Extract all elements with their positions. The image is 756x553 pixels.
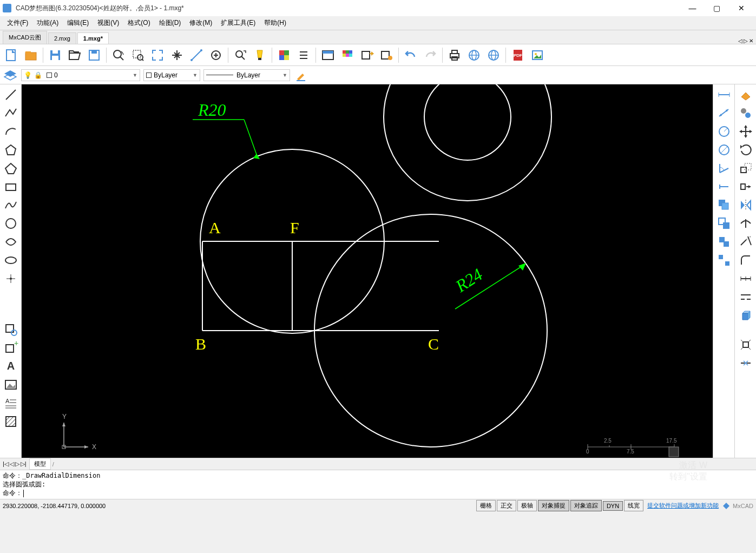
layers-icon[interactable] xyxy=(3,68,18,83)
close-button[interactable]: ✕ xyxy=(729,0,753,16)
spline-tool[interactable] xyxy=(2,196,20,214)
status-otrack[interactable]: 对象追踪 xyxy=(570,500,602,511)
tab-prev-icon[interactable]: ◁ xyxy=(738,38,742,44)
minimize-button[interactable]: — xyxy=(680,0,705,16)
linear-dim-tool[interactable] xyxy=(715,85,733,104)
status-polar[interactable]: 极轴 xyxy=(517,500,537,511)
rectangle-tool[interactable] xyxy=(2,177,20,196)
pentagon-tool[interactable] xyxy=(2,159,20,177)
scale-tool[interactable] xyxy=(737,159,755,177)
radius-dim-tool[interactable] xyxy=(715,122,733,141)
image-icon[interactable] xyxy=(529,47,546,64)
copy2-tool[interactable] xyxy=(737,104,755,122)
drawing-canvas[interactable]: R20 R24 A F B C X Y xyxy=(22,84,713,458)
offset-tool[interactable] xyxy=(715,233,733,251)
diameter-dim-tool[interactable] xyxy=(715,141,733,159)
pan-icon[interactable] xyxy=(168,47,186,64)
highlight-icon[interactable] xyxy=(251,47,268,64)
fillet-tool[interactable] xyxy=(737,251,755,269)
angular-dim-tool[interactable] xyxy=(715,159,733,177)
print-icon[interactable] xyxy=(446,47,463,64)
layout-prev-icon[interactable]: ◁ xyxy=(10,460,14,468)
status-osnap[interactable]: 对象捕捉 xyxy=(538,500,569,511)
layer-dropdown[interactable]: 💡 🔒 0 ▼ xyxy=(21,69,140,81)
status-grid[interactable]: 栅格 xyxy=(476,500,496,511)
menu-view[interactable]: 视图(V) xyxy=(93,16,123,30)
settings-icon[interactable] xyxy=(378,47,395,64)
join-tool[interactable] xyxy=(737,354,755,372)
feedback-link[interactable]: 提交软件问题或增加新功能 xyxy=(647,502,719,510)
menu-ext-tools[interactable]: 扩展工具(E) xyxy=(216,16,260,30)
status-lwt[interactable]: 线宽 xyxy=(624,500,643,511)
3d-cube-tool[interactable] xyxy=(737,306,755,325)
tab-2mxg[interactable]: 2.mxg xyxy=(48,32,76,44)
line-tool[interactable] xyxy=(2,85,20,104)
extend-tool[interactable] xyxy=(737,233,755,251)
status-ortho[interactable]: 正交 xyxy=(497,500,516,511)
save-icon[interactable] xyxy=(47,47,64,64)
menu-file[interactable]: 文件(F) xyxy=(3,16,32,30)
polyline-tool[interactable] xyxy=(2,104,20,122)
layout-first-icon[interactable]: |◁ xyxy=(3,460,9,468)
tab-next-icon[interactable]: ▷ xyxy=(744,38,748,44)
undo-icon[interactable] xyxy=(402,47,419,64)
menu-edit[interactable]: 编辑(E) xyxy=(63,16,93,30)
palette-icon[interactable] xyxy=(339,47,356,64)
aligned-dim-tool[interactable] xyxy=(715,104,733,122)
point-tool[interactable] xyxy=(2,269,20,288)
circle-tool[interactable] xyxy=(2,214,20,233)
model-tab[interactable]: 模型 xyxy=(29,458,51,470)
tab-mxcad-cloud[interactable]: MxCAD云图 xyxy=(3,31,47,44)
move2-tool[interactable] xyxy=(737,122,755,141)
list-icon[interactable] xyxy=(295,47,312,64)
hatch-tool[interactable] xyxy=(2,412,20,431)
redo-icon[interactable] xyxy=(422,47,439,64)
layout-next-icon[interactable]: ▷ xyxy=(15,460,19,468)
array-tool[interactable] xyxy=(715,251,733,269)
polygon-tool[interactable] xyxy=(2,141,20,159)
grid-colors-icon[interactable] xyxy=(275,47,293,64)
menu-draw[interactable]: 绘图(D) xyxy=(155,16,186,30)
explode-tool[interactable] xyxy=(737,335,755,354)
menu-format[interactable]: 格式(O) xyxy=(123,16,154,30)
tab-close-icon[interactable]: ✕ xyxy=(749,38,753,44)
zoom-rotate-icon[interactable] xyxy=(110,47,127,64)
block-insert-tool[interactable] xyxy=(2,320,20,339)
zoom-window-icon[interactable] xyxy=(129,47,147,64)
tab-1mxg[interactable]: 1.mxg* xyxy=(77,32,109,44)
measure-icon[interactable] xyxy=(188,47,205,64)
break-tool[interactable] xyxy=(737,288,755,306)
mtext-tool[interactable]: A xyxy=(2,394,20,412)
layer-window-icon[interactable] xyxy=(319,47,337,64)
trim-tool[interactable] xyxy=(737,214,755,233)
find-icon[interactable] xyxy=(232,47,249,64)
export-icon[interactable] xyxy=(358,47,376,64)
copy-tool[interactable] xyxy=(715,196,733,214)
eraser-tool[interactable] xyxy=(737,85,755,104)
text-tool[interactable]: A xyxy=(2,357,20,376)
rotate-tool[interactable] xyxy=(737,141,755,159)
menu-function[interactable]: 功能(A) xyxy=(32,16,63,30)
mirror-tool[interactable] xyxy=(737,196,755,214)
zoom-extents-icon[interactable] xyxy=(149,47,166,64)
globe-icon[interactable] xyxy=(485,47,502,64)
open-file-icon[interactable] xyxy=(22,47,40,64)
pdf-icon[interactable]: PDF xyxy=(509,47,527,64)
menu-help[interactable]: 帮助(H) xyxy=(260,16,291,30)
block-create-tool[interactable]: + xyxy=(2,339,20,357)
linetype-dropdown[interactable]: ByLayer ▼ xyxy=(203,69,290,81)
stretch-tool[interactable] xyxy=(737,177,755,196)
ordinate-dim-tool[interactable] xyxy=(715,177,733,196)
layout-last-icon[interactable]: ▷| xyxy=(21,460,27,468)
image-insert-tool[interactable] xyxy=(2,376,20,394)
save-as-icon[interactable] xyxy=(86,47,103,64)
menu-modify[interactable]: 修改(M) xyxy=(185,16,216,30)
new-file-icon[interactable] xyxy=(3,47,20,64)
color-dropdown[interactable]: ByLayer ▼ xyxy=(143,69,200,81)
ellipse-tool[interactable] xyxy=(2,251,20,269)
web-icon[interactable] xyxy=(465,47,483,64)
arc-tool[interactable] xyxy=(2,122,20,141)
command-input[interactable] xyxy=(23,490,24,497)
brush-icon[interactable] xyxy=(293,68,308,83)
move-tool[interactable] xyxy=(715,214,733,233)
